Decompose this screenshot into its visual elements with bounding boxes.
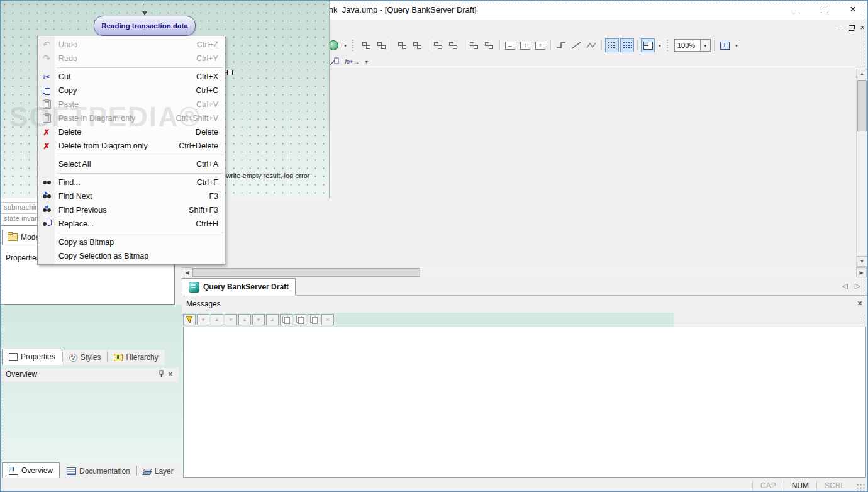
undo-icon: ↶ — [38, 39, 55, 50]
menu-item-delete[interactable]: ✗DeleteDelete — [38, 125, 225, 139]
tab-overview[interactable]: Overview — [2, 462, 60, 479]
menu-item-undo: ↶UndoCtrl+Z — [38, 38, 225, 52]
next-error-button[interactable]: ▼ — [197, 314, 209, 325]
scroll-up-button[interactable]: ▲ — [857, 69, 867, 79]
copy-all-icon — [310, 316, 318, 323]
tab-query-bankserver-draft[interactable]: Query BankServer Draft — [182, 278, 296, 296]
documentation-icon — [67, 467, 76, 475]
copy-line-button[interactable] — [280, 314, 292, 325]
messages-panel-title: Messages — [186, 299, 221, 308]
menu-item-paste: PasteCtrl+V — [38, 98, 225, 111]
menu-item-replace[interactable]: Replace...Ctrl+H — [38, 217, 225, 231]
copy-icon — [282, 316, 290, 323]
menu-separator — [57, 173, 223, 174]
statemachine-diagram-icon — [189, 282, 199, 293]
down-arrow-icon: ▼ — [256, 317, 261, 323]
menu-separator — [57, 67, 223, 68]
scroll-left-button[interactable]: ◀ — [182, 267, 192, 277]
clear-messages-button[interactable]: × — [321, 314, 334, 325]
scroll-right-icon: ▶ — [859, 270, 863, 276]
replace-icon — [38, 222, 55, 226]
resize-grip[interactable] — [856, 483, 865, 492]
menu-separator — [57, 155, 223, 155]
menu-item-select-all[interactable]: Select AllCtrl+A — [38, 157, 225, 171]
up-arrow-icon: ▲ — [242, 317, 247, 323]
find-icon — [38, 181, 55, 185]
tab-documentation[interactable]: Documentation — [60, 464, 136, 479]
scroll-lock-indicator: SCRL — [817, 481, 852, 490]
paste-diagram-icon — [38, 114, 55, 123]
prev-warning-button[interactable]: ▲ — [238, 314, 251, 325]
scroll-up-icon: ▲ — [860, 71, 865, 77]
cut-icon: ✂ — [38, 72, 55, 82]
tab-layer[interactable]: Layer — [137, 464, 180, 479]
copy-icon — [38, 87, 55, 94]
num-lock-indicator: NUM — [784, 481, 816, 490]
caps-lock-indicator: CAP — [753, 481, 784, 490]
menu-item-redo: ↷RedoCtrl+Y — [38, 52, 225, 65]
menu-item-paste-in-diagram-only: Paste in Diagram onlyCtrl+Shift+V — [38, 111, 225, 125]
overview-icon — [9, 467, 18, 475]
next-tab-icon: ▷ — [855, 282, 860, 289]
up-arrow-icon: ▲ — [214, 317, 220, 323]
menu-item-find[interactable]: Find...Ctrl+F — [38, 176, 225, 189]
paste-icon — [38, 100, 55, 109]
umodel-window: Altova UModel - C:\Users\softp\Documents… — [0, 0, 868, 492]
messages-toolbar: ▼ ▲ ▼ ▲ ▼ ▲ × — [183, 314, 334, 325]
tab-label: Documentation — [79, 467, 130, 476]
copy-icon — [296, 316, 304, 323]
up-arrow-icon: ▲ — [270, 317, 275, 323]
menu-item-find-previous[interactable]: Find PreviousShift+F3 — [38, 203, 225, 217]
diagram-vscrollbar[interactable]: ▲ ▼ — [856, 69, 867, 266]
menu-separator — [57, 233, 223, 233]
funnel-icon — [186, 316, 193, 323]
menu-item-delete-from-diagram-only[interactable]: ✗Delete from Diagram onlyCtrl+Delete — [38, 139, 225, 153]
overview-tab-strip: Overview Documentation Layer — [2, 462, 180, 479]
tab-label: Layer — [155, 467, 174, 476]
diagram-hscrollbar[interactable]: ◀ ▶ — [182, 267, 866, 277]
edit-menu-dropdown: ↶UndoCtrl+Z ↷RedoCtrl+Y ✂CutCtrl+X CopyC… — [37, 36, 225, 265]
scroll-down-button[interactable]: ▼ — [857, 256, 867, 267]
status-bar: CAP NUM SCRL — [1, 478, 867, 492]
prev-diagram-button[interactable]: ◁ — [842, 282, 847, 290]
menu-item-find-next[interactable]: Find NextF3 — [38, 189, 225, 203]
next-diagram-button[interactable]: ▷ — [855, 282, 860, 290]
redo-icon: ↷ — [38, 53, 55, 64]
next-warning-button[interactable]: ▼ — [225, 314, 237, 325]
menu-item-cut[interactable]: ✂CutCtrl+X — [38, 70, 225, 84]
messages-content[interactable] — [183, 327, 866, 478]
prev-error-button[interactable]: ▲ — [211, 314, 223, 325]
filter-button[interactable] — [183, 314, 196, 325]
messages-close-button[interactable]: × — [857, 298, 862, 308]
down-arrow-icon: ▼ — [201, 317, 206, 323]
layer-icon — [143, 468, 152, 475]
scroll-right-button[interactable]: ▶ — [856, 267, 867, 277]
menu-item-copy-as-bitmap[interactable]: Copy as Bitmap — [38, 235, 225, 249]
down-arrow-icon: ▼ — [228, 317, 233, 323]
tab-label: Query BankServer Draft — [203, 282, 289, 291]
copy-message-button[interactable] — [294, 314, 306, 325]
close-icon: × — [857, 298, 862, 308]
scroll-down-icon: ▼ — [860, 259, 865, 264]
menu-item-copy-selection-as-bitmap[interactable]: Copy Selection as Bitmap — [38, 249, 225, 263]
menu-item-copy[interactable]: CopyCtrl+C — [38, 84, 225, 98]
tab-label: Overview — [21, 466, 53, 475]
scroll-thumb[interactable] — [192, 268, 420, 277]
delete-from-diagram-icon: ✗ — [38, 142, 55, 151]
find-next-icon — [38, 194, 55, 199]
clear-icon: × — [326, 316, 330, 323]
next-info-button[interactable]: ▼ — [252, 314, 265, 325]
prev-tab-icon: ◁ — [842, 282, 847, 289]
delete-icon: ✗ — [38, 128, 55, 137]
scroll-thumb[interactable] — [857, 80, 867, 131]
scroll-left-icon: ◀ — [185, 270, 189, 276]
messages-panel-header: Messages × — [182, 296, 867, 313]
copy-all-button[interactable] — [308, 314, 320, 325]
prev-info-button[interactable]: ▲ — [266, 314, 279, 325]
find-previous-icon — [38, 208, 55, 213]
